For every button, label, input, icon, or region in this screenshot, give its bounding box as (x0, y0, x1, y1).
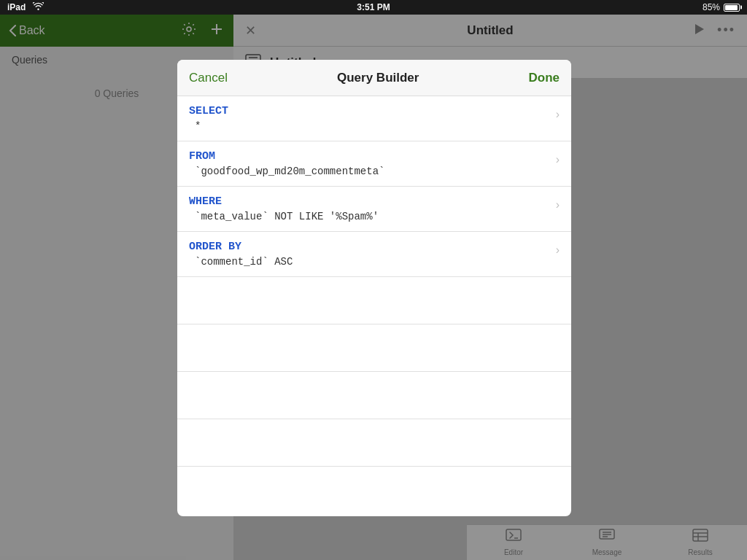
from-value: `goodfood_wp_md20m_commentmeta` (189, 166, 550, 177)
from-section[interactable]: FROM `goodfood_wp_md20m_commentmeta` › (177, 141, 571, 187)
query-builder-modal: Cancel Query Builder Done SELECT * › FRO… (177, 60, 571, 516)
from-content: FROM `goodfood_wp_md20m_commentmeta` (189, 150, 550, 177)
status-left: iPad (7, 2, 44, 12)
status-time: 3:51 PM (357, 2, 390, 12)
where-content: WHERE `meta_value` NOT LIKE '%Spam%' (189, 195, 550, 222)
status-bar: iPad 3:51 PM 85% (0, 0, 747, 15)
modal-title: Query Builder (337, 71, 419, 85)
orderby-value: `comment_id` ASC (189, 256, 550, 268)
orderby-keyword: ORDER BY (189, 241, 550, 253)
from-chevron: › (556, 153, 560, 166)
empty-section-1[interactable] (177, 277, 571, 324)
device-label: iPad (7, 2, 26, 12)
done-button[interactable]: Done (529, 71, 560, 85)
from-keyword: FROM (189, 150, 550, 163)
select-value: * (189, 120, 550, 132)
battery-icon (724, 4, 740, 12)
select-keyword: SELECT (189, 105, 550, 117)
orderby-chevron: › (556, 244, 560, 257)
where-chevron: › (556, 198, 560, 211)
empty-section-3[interactable] (177, 372, 571, 419)
empty-section-2[interactable] (177, 324, 571, 372)
wifi-icon (33, 2, 44, 12)
where-section[interactable]: WHERE `meta_value` NOT LIKE '%Spam%' › (177, 187, 571, 232)
orderby-section[interactable]: ORDER BY `comment_id` ASC › (177, 232, 571, 277)
empty-section-4[interactable] (177, 419, 571, 467)
where-keyword: WHERE (189, 195, 550, 208)
cancel-button[interactable]: Cancel (189, 71, 228, 85)
modal-header: Cancel Query Builder Done (177, 60, 571, 96)
battery-percent: 85% (703, 2, 720, 12)
modal-body: SELECT * › FROM `goodfood_wp_md20m_comme… (177, 96, 571, 516)
select-section[interactable]: SELECT * › (177, 96, 571, 141)
orderby-content: ORDER BY `comment_id` ASC (189, 241, 550, 268)
select-content: SELECT * (189, 105, 550, 132)
where-value: `meta_value` NOT LIKE '%Spam%' (189, 211, 550, 222)
select-chevron: › (556, 108, 560, 121)
status-right: 85% (703, 2, 740, 12)
